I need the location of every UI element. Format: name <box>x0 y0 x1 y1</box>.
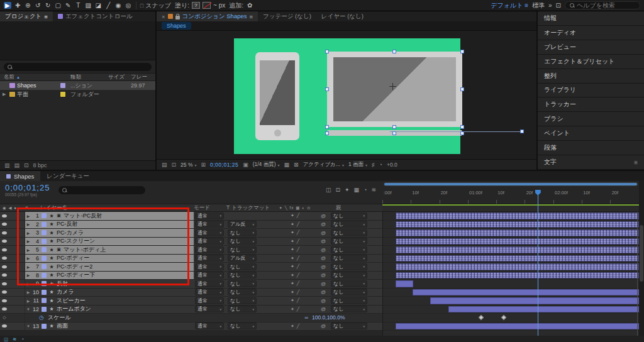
trackmatte-dropdown[interactable]: なし▾ <box>228 229 257 236</box>
label-swatch[interactable] <box>40 290 48 295</box>
column-frame[interactable]: フレー <box>131 74 155 81</box>
selection-handle[interactable] <box>460 50 464 53</box>
fill-color-swatch[interactable]: ? <box>192 2 200 9</box>
panel-menu-icon[interactable]: ≡ <box>249 13 253 20</box>
parent-pickwhip-icon[interactable]: @ <box>317 221 330 227</box>
layer-bar-10[interactable] <box>413 289 639 296</box>
visibility-toggle[interactable] <box>2 324 7 328</box>
layer-row-12[interactable]: ▼12★ホームボタン通常▾なし▾✦ ╱@なし▾ <box>0 306 382 314</box>
layer-switches[interactable]: ✦ ╱ <box>273 256 317 261</box>
graph-editor-icon[interactable]: ≋ <box>371 187 376 193</box>
project-item-Shapes[interactable]: Shapes...ション29.97 <box>0 81 155 90</box>
mode-dropdown[interactable]: 通常▾ <box>195 280 224 287</box>
column-type[interactable]: 種類 <box>70 74 108 81</box>
label-swatch[interactable] <box>40 324 48 329</box>
layer-row-6[interactable]: ▶6★PC-ボディー通常▾アル反▾✦ ╱@なし▾ <box>0 255 382 263</box>
layer-switches[interactable]: ✦ ╱ <box>273 290 317 295</box>
layer-name[interactable]: PC-カメラ <box>55 229 84 237</box>
workspace-menu-icon[interactable]: ≡ <box>525 2 528 9</box>
layer-switches[interactable]: ✦ ╱ <box>273 239 317 244</box>
mode-dropdown[interactable]: 通常▾ <box>195 221 224 228</box>
label-swatch[interactable] <box>40 256 48 261</box>
panel-tracker[interactable]: トラッカー <box>538 97 644 112</box>
layer-switches[interactable]: ✦ ╱ <box>273 281 317 286</box>
layer-name[interactable]: 画面 <box>55 323 68 331</box>
draft-3d-icon[interactable]: ⊡ <box>335 187 340 193</box>
trackmatte-dropdown[interactable]: なし▾ <box>228 289 257 295</box>
snapshot-camera-icon[interactable]: ▣ <box>243 162 248 168</box>
layer-row-13[interactable]: ▼13★画面通常▾なし▾✦ ╱@なし▾ <box>0 323 382 331</box>
pixel-aspect-icon[interactable]: ♯ <box>372 162 375 168</box>
panel-info[interactable]: 情報 <box>538 11 644 26</box>
tab-layer[interactable]: レイヤー (なし) <box>316 11 369 21</box>
parent-pickwhip-icon[interactable]: @ <box>317 298 330 304</box>
layer-bar-12[interactable] <box>448 306 639 313</box>
layer-name[interactable]: PC-ボディー <box>55 255 89 263</box>
label-swatch[interactable] <box>40 239 48 244</box>
label-swatch[interactable] <box>40 298 48 303</box>
twirl-icon[interactable]: ▶ <box>25 290 31 294</box>
twirl-icon[interactable]: ▶ <box>25 265 31 269</box>
column-parent[interactable]: 親 <box>330 204 382 212</box>
magnification-dropdown[interactable]: 25 %▾ <box>180 162 196 168</box>
twirl-icon[interactable]: ▶ <box>25 299 31 303</box>
mode-dropdown[interactable]: 通常▾ <box>195 272 224 279</box>
layer-row-9[interactable]: ▶9★反射通常▾なし▾✦ ╱@なし▾ <box>0 280 382 289</box>
twirl-icon[interactable]: ▶ <box>25 273 31 277</box>
selection-handle[interactable] <box>392 50 396 53</box>
workspace-standard-button[interactable]: 標準 <box>532 1 545 10</box>
layer-switches[interactable]: ✦ ╱ <box>273 273 317 278</box>
parent-pickwhip-icon[interactable]: @ <box>317 306 330 312</box>
roto-brush-tool[interactable]: ◉ <box>115 2 122 9</box>
parent-pickwhip-icon[interactable]: @ <box>317 230 330 236</box>
motion-blur-icon[interactable]: ◔ <box>364 187 367 193</box>
layer-switches[interactable]: ✦ ╱ <box>273 307 317 312</box>
tab-timeline-shapes[interactable]: Shapes <box>0 171 40 181</box>
lock-icon[interactable] <box>175 16 180 19</box>
twirl-icon[interactable]: ▶ <box>25 256 31 260</box>
composition-viewer[interactable] <box>157 31 536 159</box>
tab-effect-controls[interactable]: エフェクトコントロール <box>53 11 138 21</box>
breadcrumb[interactable]: Shapes <box>162 22 191 30</box>
anchor-point[interactable] <box>389 83 396 90</box>
path-end-handle[interactable] <box>520 130 524 133</box>
selection-handle[interactable] <box>325 87 329 91</box>
shape-tool[interactable]: ▢ <box>55 2 62 9</box>
mode-dropdown[interactable]: 通常▾ <box>195 297 224 304</box>
timeline-comp-button-icon[interactable]: ◔ <box>379 162 382 168</box>
parent-dropdown[interactable]: なし▾ <box>331 229 367 236</box>
workspace-box-icon[interactable]: ⊡ <box>556 2 561 9</box>
timeline-vertical-scrollbar[interactable] <box>639 181 644 336</box>
column-trackmatte[interactable]: T トラックマット <box>226 204 273 212</box>
safe-guides-icon[interactable]: ⊞ <box>201 162 206 168</box>
panel-character[interactable]: 文字≡ <box>538 155 644 170</box>
tab-footage[interactable]: フッテージ (なし) <box>258 11 316 21</box>
type-tool[interactable]: T <box>75 2 82 9</box>
twirl-icon[interactable]: ▶ <box>25 248 31 252</box>
orbit-camera-tool[interactable]: ↺ <box>35 2 42 9</box>
stroke-color-swatch[interactable] <box>203 2 211 9</box>
layer-bar-3[interactable] <box>396 229 639 236</box>
parent-pickwhip-icon[interactable]: @ <box>317 247 330 253</box>
hand-tool[interactable]: ✚ <box>14 2 21 9</box>
comp-current-time[interactable]: 0;00;01;25 <box>210 162 238 168</box>
parent-dropdown[interactable]: なし▾ <box>331 280 367 287</box>
grid-icon[interactable]: ▤ <box>162 162 167 168</box>
snap-toggle[interactable]: □ スナップ <box>140 1 171 10</box>
trackmatte-dropdown[interactable]: アル反▾ <box>228 221 257 228</box>
new-comp-icon[interactable]: ⊡ <box>24 162 29 168</box>
project-bit-depth[interactable]: 8 bpc <box>33 162 47 168</box>
column-number[interactable]: # <box>25 205 40 211</box>
label-swatch[interactable] <box>40 222 48 227</box>
visibility-toggle[interactable] <box>2 290 7 294</box>
panel-align[interactable]: 整列 <box>538 69 644 84</box>
parent-dropdown[interactable]: なし▾ <box>331 289 367 295</box>
panel-menu-icon[interactable]: ≡ <box>634 159 638 166</box>
parent-pickwhip-icon[interactable]: @ <box>317 264 330 270</box>
column-size[interactable]: サイズ <box>108 74 131 81</box>
parent-dropdown[interactable]: なし▾ <box>331 323 367 329</box>
layer-name[interactable]: マット-ボディ上 <box>62 246 106 254</box>
playhead[interactable] <box>538 195 538 336</box>
label-swatch[interactable] <box>40 213 48 218</box>
label-swatch[interactable] <box>40 247 48 252</box>
